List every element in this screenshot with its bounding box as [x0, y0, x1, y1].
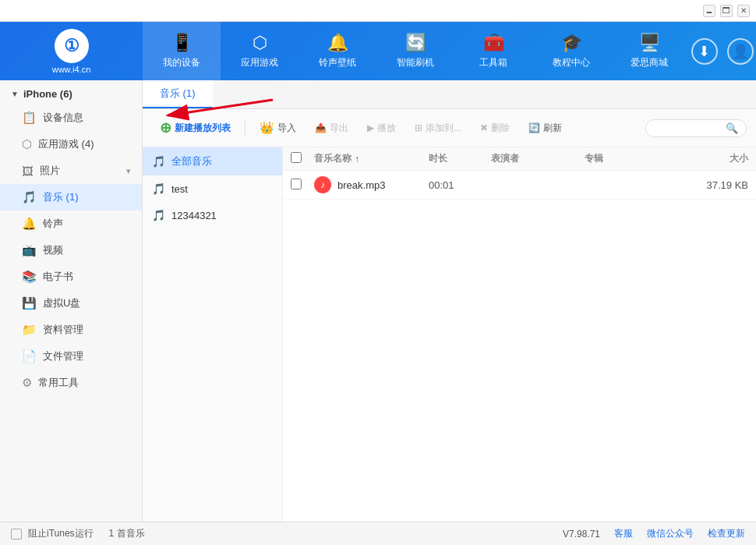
- export-icon: 📤: [315, 122, 327, 133]
- nav-toolbox[interactable]: 🧰 工具箱: [454, 22, 532, 80]
- download-button[interactable]: ⬇: [691, 38, 718, 65]
- nav-ringtones[interactable]: 🔔 铃声壁纸: [299, 22, 376, 80]
- close-button[interactable]: ✕: [737, 5, 750, 17]
- toolbar-sep-1: [245, 120, 246, 136]
- nav-smart-flash[interactable]: 🔄 智能刷机: [376, 22, 454, 80]
- sidebar-item-device-info[interactable]: 📋 设备信息: [0, 104, 142, 131]
- device-info-icon: 📋: [22, 111, 37, 125]
- track-name: break.mp3: [337, 179, 385, 191]
- search-box[interactable]: 🔍: [645, 119, 747, 137]
- sidebar-item-music[interactable]: 🎵 音乐 (1): [0, 184, 142, 211]
- logo-icon: ①: [55, 29, 89, 63]
- delete-button[interactable]: ✖ 删除: [472, 118, 518, 139]
- playlist-12344321[interactable]: 🎵 12344321: [143, 202, 282, 228]
- track-thumbnail: ♪: [314, 176, 331, 193]
- tab-music[interactable]: 音乐 (1): [143, 80, 213, 108]
- tutorial-icon: 🎓: [561, 33, 582, 53]
- toolbox-icon: 🧰: [483, 33, 504, 53]
- search-input[interactable]: [654, 122, 726, 133]
- maximize-button[interactable]: 🗖: [720, 5, 733, 17]
- title-bar: 🗕 🗖 ✕: [0, 0, 756, 22]
- content-area: 音乐 (1) ⊕ 新建播放列表 👑 导入 📤 导出: [143, 80, 756, 522]
- sidebar-device-title[interactable]: ▼ iPhone (6): [0, 80, 142, 104]
- minimize-button[interactable]: 🗕: [703, 5, 715, 17]
- profile-button[interactable]: 👤: [727, 38, 754, 65]
- sidebar-item-ringtones-label: 铃声: [43, 217, 63, 231]
- header-check[interactable]: [291, 152, 314, 165]
- select-all-checkbox[interactable]: [291, 152, 302, 163]
- track-list-header: 音乐名称 ↑ 时长 表演者 专辑 大小: [283, 147, 756, 171]
- playlist-12344321-icon: 🎵: [152, 209, 165, 221]
- photos-expand-icon: ▾: [126, 166, 131, 176]
- nav-my-device[interactable]: 📱 我的设备: [143, 22, 221, 80]
- collapse-arrow-icon: ▼: [11, 90, 19, 98]
- track-list: 音乐名称 ↑ 时长 表演者 专辑 大小 ♪: [283, 147, 756, 522]
- sidebar-item-ebooks[interactable]: 📚 电子书: [0, 264, 142, 290]
- sidebar-item-apps[interactable]: ⬡ 应用游戏 (4): [0, 131, 142, 157]
- header-duration: 时长: [429, 152, 491, 165]
- ebook-icon: 📚: [22, 270, 37, 284]
- nav-apps-games[interactable]: ⬡ 应用游戏: [221, 22, 299, 80]
- sort-icon: ↑: [355, 154, 359, 165]
- toolbar: ⊕ 新建播放列表 👑 导入 📤 导出 ▶ 播放 ⊞ 添: [143, 109, 756, 147]
- header-album: 专辑: [585, 152, 678, 165]
- import-button[interactable]: 👑 导入: [252, 117, 304, 139]
- sidebar-item-photos[interactable]: 🖼 照片 ▾: [0, 157, 142, 184]
- playlist-test[interactable]: 🎵 test: [143, 175, 282, 202]
- add-to-button[interactable]: ⊞ 添加到...: [407, 118, 469, 139]
- nav-store[interactable]: 🖥️ 爱思商城: [610, 22, 688, 80]
- sidebar-item-device-info-label: 设备信息: [43, 111, 83, 125]
- delete-icon: ✖: [480, 122, 488, 133]
- playlist-all-music[interactable]: 🎵 全部音乐: [143, 147, 282, 175]
- export-button[interactable]: 📤 导出: [307, 118, 356, 139]
- status-bar: 阻止iTunes运行 1 首音乐 V7.98.71 客服 微信公众号 检查更新: [0, 522, 756, 545]
- sidebar-item-virtual-u[interactable]: 💾 虚拟U盘: [0, 290, 142, 317]
- sidebar-item-video[interactable]: 📺 视频: [0, 237, 142, 264]
- playlist-test-icon: 🎵: [152, 182, 165, 195]
- sidebar-item-file-manager[interactable]: 📄 文件管理: [0, 343, 142, 370]
- itunes-checkbox[interactable]: [11, 529, 22, 540]
- playlist-12344321-label: 12344321: [171, 210, 217, 221]
- refresh-button[interactable]: 🔄 刷新: [521, 118, 570, 139]
- refresh-icon: 🔄: [528, 122, 540, 133]
- tab-bar: 音乐 (1): [143, 80, 756, 109]
- header-name: 音乐名称 ↑: [314, 152, 429, 165]
- logo-area: ① www.i4.cn: [0, 29, 143, 74]
- new-playlist-button[interactable]: ⊕ 新建播放列表: [152, 115, 238, 140]
- row-name: ♪ break.mp3: [314, 176, 429, 193]
- video-icon: 📺: [22, 243, 37, 257]
- import-icon: 👑: [260, 121, 274, 135]
- sidebar-item-virtual-u-label: 虚拟U盘: [43, 296, 80, 310]
- sidebar-item-apps-label: 应用游戏 (4): [38, 137, 94, 151]
- version-label: V7.98.71: [563, 529, 600, 540]
- sidebar-item-common-tools[interactable]: ⚙ 常用工具: [0, 370, 142, 396]
- split-view: 🎵 全部音乐 🎵 test 🎵 12344321: [143, 147, 756, 522]
- sidebar: ▼ iPhone (6) 📋 设备信息 ⬡ 应用游戏 (4) 🖼 照片 ▾ 🎵 …: [0, 80, 143, 522]
- table-row[interactable]: ♪ break.mp3 00:01 37.19 KB: [283, 171, 756, 200]
- virtual-u-icon: 💾: [22, 296, 37, 310]
- apps-games-icon: ⬡: [22, 137, 32, 151]
- sidebar-device-label: iPhone (6): [23, 88, 72, 100]
- file-mgmt-icon: 📁: [22, 323, 37, 337]
- header-right: ⬇ 👤: [688, 38, 756, 65]
- customer-service-link[interactable]: 客服: [614, 527, 633, 540]
- flash-icon: 🔄: [405, 33, 426, 53]
- row-check[interactable]: [291, 179, 314, 192]
- window-controls[interactable]: 🗕 🗖 ✕: [703, 5, 750, 17]
- check-update-link[interactable]: 检查更新: [708, 527, 745, 540]
- play-button[interactable]: ▶ 播放: [359, 118, 404, 139]
- sidebar-item-ringtones[interactable]: 🔔 铃声: [0, 211, 142, 237]
- sidebar-item-ebooks-label: 电子书: [43, 270, 73, 284]
- photos-icon: 🖼: [22, 165, 34, 178]
- track-count-label: 1 首音乐: [109, 527, 145, 540]
- itunes-label: 阻止iTunes运行: [28, 527, 94, 540]
- nav-tutorials[interactable]: 🎓 教程中心: [532, 22, 610, 80]
- wechat-public-link[interactable]: 微信公众号: [647, 527, 694, 540]
- ringtone-sidebar-icon: 🔔: [22, 217, 37, 231]
- apps-icon: ⬡: [253, 33, 267, 53]
- row-duration: 00:01: [429, 179, 491, 191]
- row-checkbox[interactable]: [291, 179, 302, 189]
- nav-apps-label: 应用游戏: [241, 56, 278, 69]
- sidebar-item-file-mgmt[interactable]: 📁 资料管理: [0, 317, 142, 343]
- nav-toolbox-label: 工具箱: [479, 56, 507, 69]
